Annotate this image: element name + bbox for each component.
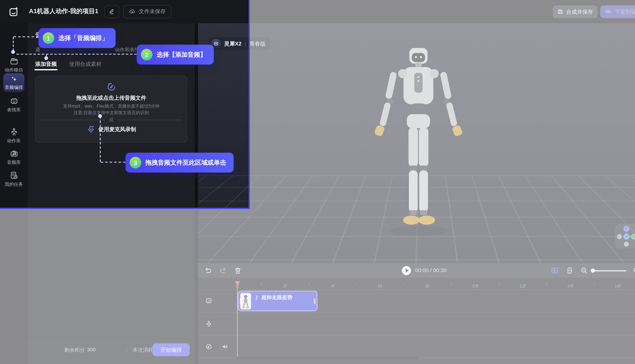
sidebar-item-audio-arrange[interactable]: 音频编排 bbox=[3, 73, 24, 92]
gizmo-y-label[interactable]: Y bbox=[625, 235, 628, 239]
save-icon bbox=[557, 9, 563, 15]
badge-separator: | bbox=[245, 41, 246, 46]
undo-button[interactable] bbox=[204, 266, 213, 275]
robot-model-badge[interactable]: 灵犀X2 | 青春版 bbox=[209, 37, 271, 50]
save-compose-label: 合成并保存 bbox=[566, 8, 593, 16]
sparkles-icon bbox=[10, 75, 18, 83]
humanoid-robot-model[interactable] bbox=[369, 45, 468, 243]
fit-width-button[interactable] bbox=[565, 266, 574, 275]
person-icon bbox=[9, 128, 19, 136]
music-box-icon bbox=[9, 149, 19, 158]
ruler-label: 10f bbox=[472, 284, 478, 288]
zoom-out-button[interactable] bbox=[580, 266, 588, 275]
ruler-tick bbox=[309, 282, 309, 286]
microphone-icon bbox=[86, 125, 95, 134]
sidebar-item-motion-library[interactable]: 动作库 bbox=[0, 128, 28, 144]
panel-description: 动作和表情的音频编排素材 bbox=[115, 46, 174, 53]
robot-model-name: 灵犀X2 bbox=[224, 40, 242, 48]
record-with-mic-button[interactable]: 使用麦克风录制 bbox=[36, 125, 187, 134]
redo-button[interactable] bbox=[219, 266, 227, 275]
panel-footer-divider bbox=[28, 342, 195, 343]
active-tab-underline bbox=[35, 69, 58, 70]
playback-toolbar: 00:00 / 00:30 bbox=[198, 263, 635, 278]
zoom-in-button[interactable] bbox=[632, 266, 635, 275]
ruler-label: 8f bbox=[426, 284, 430, 288]
ruler-tick bbox=[404, 282, 404, 286]
playhead-handle[interactable] bbox=[235, 281, 240, 286]
timeline-area: 0f2f4f6f8f10f12f14f16f bbox=[198, 278, 635, 364]
ruler-label: 14f bbox=[567, 284, 573, 288]
record-with-mic-label: 使用麦克风录制 bbox=[98, 126, 136, 133]
rename-button[interactable] bbox=[104, 5, 119, 18]
audio-mute-toggle[interactable] bbox=[221, 343, 229, 350]
sidebar-item-label: 表情库 bbox=[7, 107, 21, 113]
gizmo-z-label[interactable]: Z bbox=[625, 227, 627, 231]
robot-face-icon bbox=[9, 96, 19, 106]
ruler-label: 4f bbox=[331, 284, 334, 288]
deploy-to-device-button[interactable]: 下发到设备 bbox=[600, 5, 635, 18]
timeline-zoom-slider[interactable] bbox=[592, 270, 626, 271]
remaining-credits-value: 300 bbox=[87, 347, 96, 352]
sidebar-item-label: 音频编排 bbox=[5, 84, 23, 90]
axis-gizmo[interactable]: Z Y X bbox=[615, 224, 635, 249]
panel-description-prefix: 通 bbox=[35, 46, 40, 53]
clip-thumbnail bbox=[240, 293, 251, 310]
audio-arrange-panel: 音频编排 通 动作和表情的音频编排素材 添加音频 使用合成素材 拖拽至此或点击上… bbox=[28, 23, 195, 364]
clip-label: 超帅走路姿势 bbox=[261, 294, 293, 301]
timeline-ruler[interactable]: 0f2f4f6f8f10f12f14f16f bbox=[237, 281, 635, 290]
sidebar-item-label: 动作库 bbox=[7, 138, 21, 144]
or-divider: 或 bbox=[41, 117, 181, 123]
project-title: A1机器人动作-我的项目1 bbox=[29, 8, 98, 15]
sidebar-item-my-tasks[interactable]: 我的任务 bbox=[0, 171, 28, 187]
tab-use-synth-material[interactable]: 使用合成素材 bbox=[69, 60, 101, 68]
ruler-label: 16f bbox=[615, 284, 621, 288]
delete-clip-button[interactable] bbox=[234, 266, 242, 275]
task-doc-icon bbox=[9, 171, 19, 180]
play-icon bbox=[405, 268, 409, 272]
sidebar-item-audio-library[interactable]: 音频库 bbox=[0, 149, 28, 166]
play-button[interactable] bbox=[402, 266, 411, 275]
upload-hint-language: 注意:目前仅支持中文和英文语言的识别 bbox=[36, 110, 187, 116]
start-arrange-button[interactable]: 开始编排 bbox=[152, 344, 190, 356]
playhead-line bbox=[237, 285, 238, 358]
zoom-out-icon bbox=[580, 266, 588, 275]
auto-fit-toggle[interactable] bbox=[551, 266, 559, 275]
walking-person-icon bbox=[254, 295, 259, 300]
gizmo-x-label[interactable]: X bbox=[632, 235, 635, 239]
robot-model-edition: 青春版 bbox=[250, 40, 266, 48]
ruler-tick bbox=[546, 282, 547, 286]
ruler-tick bbox=[499, 282, 499, 286]
audio-upload-icon bbox=[106, 82, 116, 92]
expression-track-icon bbox=[205, 297, 213, 304]
timeline-scrollbar[interactable] bbox=[236, 357, 418, 360]
ruler-tick bbox=[261, 282, 262, 286]
redo-icon bbox=[219, 266, 227, 275]
motion-clip[interactable]: 超帅走路姿势 bbox=[238, 291, 317, 311]
timeline-zoom-knob[interactable] bbox=[591, 268, 595, 273]
file-unsaved-button[interactable]: 文件未保存 bbox=[123, 5, 171, 18]
file-unsaved-label: 文件未保存 bbox=[139, 8, 166, 15]
audio-upload-dropzone[interactable]: 拖拽至此或点击上传音频文件 支持mp3、wav、Flac格式，音频长度不超过5分… bbox=[35, 76, 187, 143]
clapperboard-icon bbox=[9, 57, 19, 66]
ruler-label: 2f bbox=[283, 284, 287, 288]
speaker-icon bbox=[221, 343, 229, 350]
remaining-credits-label: 剩余积分 bbox=[64, 347, 85, 354]
robot-avatar bbox=[211, 39, 221, 48]
pencil-icon bbox=[109, 8, 115, 15]
clip-trim-handle-right[interactable] bbox=[314, 298, 315, 304]
clip-trim-handle-left[interactable] bbox=[240, 298, 241, 304]
sidebar-item-label: 音频库 bbox=[7, 159, 21, 166]
upload-title: 拖拽至此或点击上传音频文件 bbox=[36, 94, 187, 102]
robot-3d-viewport[interactable]: 灵犀X2 | 青春版 Z Y X bbox=[198, 23, 635, 263]
save-compose-button[interactable]: 合成并保存 bbox=[553, 5, 597, 18]
tab-add-audio[interactable]: 添加音频 bbox=[35, 60, 57, 68]
upload-hint-formats: 支持mp3、wav、Flac格式，音频长度不超过5分钟 bbox=[36, 104, 187, 109]
left-nav-sidebar: 动作模仿 音频编排 表情库 动作库 bbox=[0, 23, 28, 364]
ruler-tick bbox=[594, 282, 594, 286]
top-bar: A1机器人动作-我的项目1 文件未保存 合成并保存 bbox=[0, 0, 635, 23]
sidebar-item-expression-library[interactable]: 表情库 bbox=[0, 96, 28, 113]
or-divider-label: 或 bbox=[109, 117, 114, 123]
track-divider bbox=[198, 335, 635, 336]
ruler-tick bbox=[451, 282, 452, 286]
sidebar-item-motion-mimic[interactable]: 动作模仿 bbox=[0, 57, 28, 73]
